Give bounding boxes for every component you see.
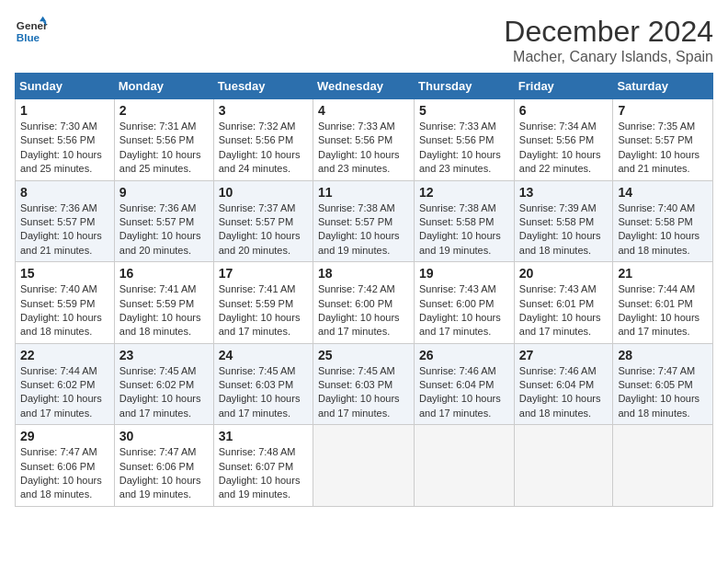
calendar-day-cell: 18 Sunrise: 7:42 AMSunset: 6:00 PMDaylig… [313, 262, 414, 344]
header-thursday: Thursday [415, 74, 515, 99]
day-number: 12 [419, 185, 509, 200]
calendar-week-row: 29 Sunrise: 7:47 AMSunset: 6:06 PMDaylig… [16, 425, 713, 507]
month-title: December 2024 [504, 15, 713, 49]
day-info: Sunrise: 7:42 AMSunset: 6:00 PMDaylight:… [318, 283, 400, 337]
title-area: December 2024 Macher, Canary Islands, Sp… [504, 15, 713, 65]
day-number: 26 [419, 348, 509, 362]
day-info: Sunrise: 7:31 AMSunset: 5:56 PMDaylight:… [119, 121, 201, 174]
day-info: Sunrise: 7:40 AMSunset: 5:59 PMDaylight:… [20, 283, 102, 337]
calendar-day-cell [514, 425, 613, 507]
day-info: Sunrise: 7:30 AMSunset: 5:56 PMDaylight:… [20, 121, 102, 174]
day-number: 23 [119, 348, 209, 362]
calendar-day-cell: 16 Sunrise: 7:41 AMSunset: 5:59 PMDaylig… [114, 262, 213, 344]
day-info: Sunrise: 7:45 AMSunset: 6:03 PMDaylight:… [318, 365, 400, 419]
day-number: 4 [318, 103, 409, 118]
calendar-day-cell: 19 Sunrise: 7:43 AMSunset: 6:00 PMDaylig… [415, 262, 515, 344]
day-info: Sunrise: 7:33 AMSunset: 5:56 PMDaylight:… [419, 121, 501, 174]
calendar-day-cell [415, 425, 515, 507]
day-info: Sunrise: 7:38 AMSunset: 5:57 PMDaylight:… [318, 202, 400, 256]
day-info: Sunrise: 7:47 AMSunset: 6:05 PMDaylight:… [618, 365, 700, 419]
day-number: 27 [519, 348, 609, 362]
calendar-body: 1 Sunrise: 7:30 AMSunset: 5:56 PMDayligh… [16, 99, 713, 507]
page-header: General Blue December 2024 Macher, Canar… [15, 15, 713, 65]
calendar-day-cell: 20 Sunrise: 7:43 AMSunset: 6:01 PMDaylig… [514, 262, 613, 344]
day-info: Sunrise: 7:32 AMSunset: 5:56 PMDaylight:… [219, 121, 301, 174]
calendar-day-cell: 21 Sunrise: 7:44 AMSunset: 6:01 PMDaylig… [613, 262, 713, 344]
calendar-day-cell: 22 Sunrise: 7:44 AMSunset: 6:02 PMDaylig… [16, 343, 115, 425]
day-number: 9 [119, 185, 209, 200]
day-number: 1 [20, 103, 109, 118]
logo-icon: General Blue [15, 15, 48, 48]
calendar-day-cell: 31 Sunrise: 7:48 AMSunset: 6:07 PMDaylig… [213, 425, 313, 507]
day-number: 20 [519, 266, 609, 281]
day-number: 21 [618, 266, 708, 281]
calendar-header-row: Sunday Monday Tuesday Wednesday Thursday… [16, 74, 713, 99]
calendar-day-cell: 30 Sunrise: 7:47 AMSunset: 6:06 PMDaylig… [114, 425, 213, 507]
calendar-week-row: 15 Sunrise: 7:40 AMSunset: 5:59 PMDaylig… [16, 262, 713, 344]
header-sunday: Sunday [16, 74, 115, 99]
calendar-day-cell: 27 Sunrise: 7:46 AMSunset: 6:04 PMDaylig… [514, 343, 613, 425]
calendar-table: Sunday Monday Tuesday Wednesday Thursday… [15, 73, 713, 507]
day-number: 5 [419, 103, 509, 118]
location-title: Macher, Canary Islands, Spain [504, 49, 713, 65]
calendar-day-cell: 13 Sunrise: 7:39 AMSunset: 5:58 PMDaylig… [514, 180, 613, 262]
day-info: Sunrise: 7:41 AMSunset: 5:59 PMDaylight:… [119, 283, 201, 337]
day-info: Sunrise: 7:46 AMSunset: 6:04 PMDaylight:… [519, 365, 601, 419]
day-number: 28 [618, 348, 708, 362]
day-number: 17 [219, 266, 308, 281]
header-wednesday: Wednesday [313, 74, 414, 99]
day-number: 13 [519, 185, 609, 200]
calendar-day-cell [313, 425, 414, 507]
day-info: Sunrise: 7:34 AMSunset: 5:56 PMDaylight:… [519, 121, 601, 174]
day-number: 25 [318, 348, 409, 362]
calendar-day-cell: 7 Sunrise: 7:35 AMSunset: 5:57 PMDayligh… [613, 99, 713, 181]
calendar-day-cell: 15 Sunrise: 7:40 AMSunset: 5:59 PMDaylig… [16, 262, 115, 344]
day-number: 3 [219, 103, 308, 118]
day-number: 7 [618, 103, 708, 118]
day-info: Sunrise: 7:43 AMSunset: 6:00 PMDaylight:… [419, 283, 501, 337]
day-info: Sunrise: 7:37 AMSunset: 5:57 PMDaylight:… [219, 202, 301, 256]
day-number: 22 [20, 348, 109, 362]
day-number: 18 [318, 266, 409, 281]
calendar-week-row: 8 Sunrise: 7:36 AMSunset: 5:57 PMDayligh… [16, 180, 713, 262]
day-info: Sunrise: 7:38 AMSunset: 5:58 PMDaylight:… [419, 202, 501, 256]
calendar-day-cell: 5 Sunrise: 7:33 AMSunset: 5:56 PMDayligh… [415, 99, 515, 181]
calendar-week-row: 1 Sunrise: 7:30 AMSunset: 5:56 PMDayligh… [16, 99, 713, 181]
calendar-day-cell: 6 Sunrise: 7:34 AMSunset: 5:56 PMDayligh… [514, 99, 613, 181]
calendar-day-cell: 10 Sunrise: 7:37 AMSunset: 5:57 PMDaylig… [213, 180, 313, 262]
calendar-day-cell: 9 Sunrise: 7:36 AMSunset: 5:57 PMDayligh… [114, 180, 213, 262]
day-info: Sunrise: 7:45 AMSunset: 6:03 PMDaylight:… [219, 365, 301, 419]
day-number: 16 [119, 266, 209, 281]
day-number: 30 [119, 429, 209, 443]
day-info: Sunrise: 7:44 AMSunset: 6:02 PMDaylight:… [20, 365, 102, 419]
calendar-day-cell: 14 Sunrise: 7:40 AMSunset: 5:58 PMDaylig… [613, 180, 713, 262]
day-info: Sunrise: 7:47 AMSunset: 6:06 PMDaylight:… [20, 446, 102, 500]
calendar-day-cell: 2 Sunrise: 7:31 AMSunset: 5:56 PMDayligh… [114, 99, 213, 181]
day-number: 19 [419, 266, 509, 281]
header-saturday: Saturday [613, 74, 713, 99]
calendar-day-cell: 1 Sunrise: 7:30 AMSunset: 5:56 PMDayligh… [16, 99, 115, 181]
calendar-day-cell: 3 Sunrise: 7:32 AMSunset: 5:56 PMDayligh… [213, 99, 313, 181]
calendar-day-cell: 26 Sunrise: 7:46 AMSunset: 6:04 PMDaylig… [415, 343, 515, 425]
calendar-week-row: 22 Sunrise: 7:44 AMSunset: 6:02 PMDaylig… [16, 343, 713, 425]
day-info: Sunrise: 7:44 AMSunset: 6:01 PMDaylight:… [618, 283, 700, 337]
calendar-day-cell: 25 Sunrise: 7:45 AMSunset: 6:03 PMDaylig… [313, 343, 414, 425]
day-number: 15 [20, 266, 109, 281]
calendar-day-cell: 8 Sunrise: 7:36 AMSunset: 5:57 PMDayligh… [16, 180, 115, 262]
day-number: 2 [119, 103, 209, 118]
calendar-day-cell: 11 Sunrise: 7:38 AMSunset: 5:57 PMDaylig… [313, 180, 414, 262]
day-info: Sunrise: 7:36 AMSunset: 5:57 PMDaylight:… [20, 202, 102, 256]
calendar-day-cell [613, 425, 713, 507]
day-number: 24 [219, 348, 308, 362]
day-info: Sunrise: 7:43 AMSunset: 6:01 PMDaylight:… [519, 283, 601, 337]
calendar-day-cell: 17 Sunrise: 7:41 AMSunset: 5:59 PMDaylig… [213, 262, 313, 344]
day-info: Sunrise: 7:40 AMSunset: 5:58 PMDaylight:… [618, 202, 700, 256]
calendar-day-cell: 28 Sunrise: 7:47 AMSunset: 6:05 PMDaylig… [613, 343, 713, 425]
calendar-day-cell: 12 Sunrise: 7:38 AMSunset: 5:58 PMDaylig… [415, 180, 515, 262]
day-info: Sunrise: 7:46 AMSunset: 6:04 PMDaylight:… [419, 365, 501, 419]
day-info: Sunrise: 7:39 AMSunset: 5:58 PMDaylight:… [519, 202, 601, 256]
day-info: Sunrise: 7:36 AMSunset: 5:57 PMDaylight:… [119, 202, 201, 256]
header-tuesday: Tuesday [213, 74, 313, 99]
calendar-day-cell: 24 Sunrise: 7:45 AMSunset: 6:03 PMDaylig… [213, 343, 313, 425]
day-info: Sunrise: 7:41 AMSunset: 5:59 PMDaylight:… [219, 283, 301, 337]
